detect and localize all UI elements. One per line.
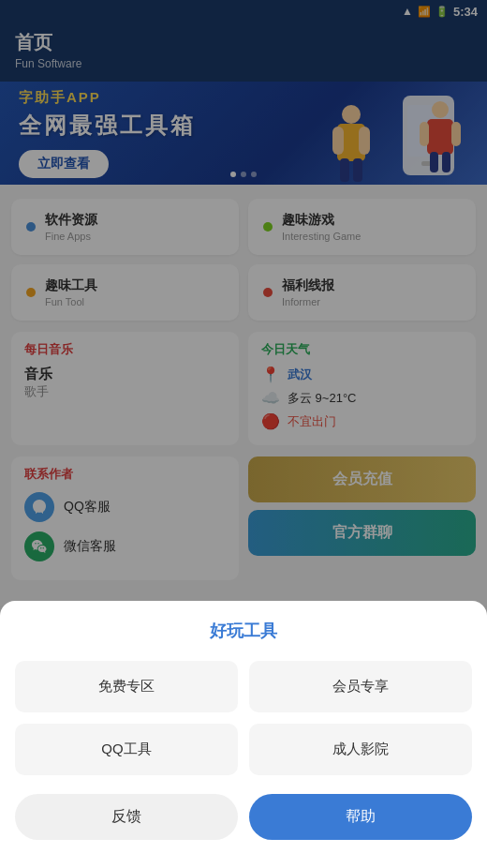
dialog-grid: 免费专区 会员专享 QQ工具 成人影院 (15, 661, 472, 775)
dialog-item-qq[interactable]: QQ工具 (15, 724, 238, 775)
dialog-item-free[interactable]: 免费专区 (15, 661, 238, 712)
help-button[interactable]: 帮助 (249, 794, 472, 840)
modal-overlay[interactable]: 好玩工具 免费专区 会员专享 QQ工具 成人影院 反馈 帮助 (0, 0, 487, 868)
dialog-title: 好玩工具 (15, 620, 472, 642)
dialog-item-vip[interactable]: 会员专享 (249, 661, 472, 712)
dialog-item-adult[interactable]: 成人影院 (249, 724, 472, 775)
dialog: 好玩工具 免费专区 会员专享 QQ工具 成人影院 反馈 帮助 (0, 601, 487, 868)
feedback-button[interactable]: 反馈 (15, 794, 238, 840)
dialog-actions: 反馈 帮助 (15, 794, 472, 840)
